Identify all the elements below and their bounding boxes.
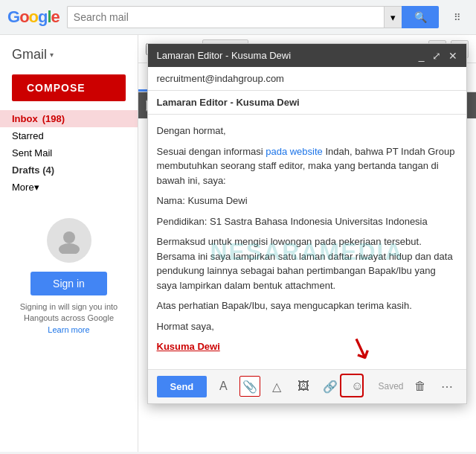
- close-button[interactable]: ✕: [448, 51, 457, 61]
- svg-point-0: [63, 231, 75, 243]
- modal-controls: _ ⤢ ✕: [419, 51, 457, 61]
- body-closing: Atas perhatian Bapak/Ibu, saya mengucapk…: [157, 298, 457, 313]
- to-address: recruitment@indahgroup.com: [157, 73, 284, 84]
- discard-button[interactable]: 🗑: [410, 376, 431, 397]
- app-name: Gmail: [12, 47, 47, 63]
- saved-status: Saved: [378, 381, 403, 391]
- search-input[interactable]: [67, 6, 384, 28]
- emoji-icon[interactable]: ☺: [347, 376, 367, 397]
- sidebar-item-more[interactable]: More▾: [0, 179, 138, 196]
- compose-button[interactable]: COMPOSE: [12, 74, 126, 101]
- photo-icon[interactable]: 🖼: [293, 376, 314, 397]
- modal-title: Lamaran Editor - Kusuma Dewi: [157, 50, 292, 61]
- link-icon[interactable]: 🔗: [320, 376, 341, 397]
- body-para2: Bermaksud untuk mengisi lowongan pada pe…: [157, 234, 457, 292]
- body-education: Pendidikan: S1 Sastra Bahasa Indonesia U…: [157, 214, 457, 229]
- attach-icon[interactable]: 📎: [239, 376, 260, 397]
- hangouts-section: Sign in Signing in will sign you intoHan…: [0, 211, 138, 343]
- modal-header: Lamaran Editor - Kusuma Dewi _ ⤢ ✕: [148, 44, 466, 67]
- sidebar-item-inbox[interactable]: Inbox (198): [0, 110, 138, 127]
- inbox-count: (198): [42, 113, 65, 124]
- search-bar: ▾ 🔍: [67, 6, 439, 28]
- sidebar-item-sent[interactable]: Sent Mail: [0, 144, 138, 162]
- sidebar-header: Gmail ▾: [0, 41, 138, 68]
- modal-to-field[interactable]: recruitment@indahgroup.com: [148, 67, 466, 91]
- google-logo: Google: [7, 7, 60, 27]
- starred-label: Starred: [12, 130, 44, 141]
- more-options-button[interactable]: ⋯: [437, 376, 457, 397]
- modal-overlay: Lamaran Editor - Kusuma Dewi _ ⤢ ✕ recru…: [138, 28, 476, 454]
- search-button[interactable]: 🔍: [402, 6, 439, 28]
- body-regards: Hormat saya,: [157, 319, 457, 334]
- format-icon[interactable]: A: [213, 376, 234, 397]
- sidebar: Gmail ▾ COMPOSE Inbox (198) Starred Sent…: [0, 35, 138, 452]
- maximize-button[interactable]: ⤢: [432, 51, 441, 61]
- avatar: [47, 218, 91, 263]
- body-para1: Sesuai dengan informasi pada website Ind…: [157, 144, 457, 188]
- svg-point-1: [59, 243, 80, 254]
- body-name: Nama: Kusuma Dewi: [157, 194, 457, 208]
- hangouts-description: Signing in will sign you intoHangouts ac…: [20, 301, 118, 336]
- drafts-label: Drafts (4): [12, 164, 54, 176]
- sidebar-item-drafts[interactable]: Drafts (4): [0, 162, 138, 179]
- more-label: More▾: [12, 182, 39, 193]
- subject-text: Lamaran Editor - Kusuma Dewi: [157, 97, 300, 108]
- compose-modal: Lamaran Editor - Kusuma Dewi _ ⤢ ✕ recru…: [147, 43, 467, 404]
- minimize-button[interactable]: _: [419, 51, 425, 61]
- modal-footer: Send A 📎 △ 🖼 🔗 ☺ Saved 🗑 ⋯: [148, 369, 466, 403]
- modal-subject-field[interactable]: Lamaran Editor - Kusuma Dewi: [148, 91, 466, 115]
- send-button[interactable]: Send: [157, 376, 208, 397]
- drive-icon[interactable]: △: [266, 376, 287, 397]
- body-greeting: Dengan hormat,: [157, 124, 457, 138]
- modal-body[interactable]: NESARAMEDIA Dengan hormat, Sesuai dengan…: [148, 115, 466, 369]
- app-name-dropdown[interactable]: ▾: [50, 51, 54, 59]
- top-bar: Google ▾ 🔍 ⠿: [0, 0, 476, 35]
- apps-icon[interactable]: ⠿: [446, 6, 469, 28]
- sign-in-button[interactable]: Sign in: [30, 272, 107, 295]
- body-signature[interactable]: Kusuma Dewi: [157, 339, 457, 354]
- learn-more-link[interactable]: Learn more: [48, 325, 89, 334]
- search-dropdown[interactable]: ▾: [384, 6, 402, 28]
- inbox-label: Inbox: [12, 113, 38, 124]
- sidebar-item-starred[interactable]: Starred: [0, 127, 138, 144]
- sent-label: Sent Mail: [12, 147, 52, 159]
